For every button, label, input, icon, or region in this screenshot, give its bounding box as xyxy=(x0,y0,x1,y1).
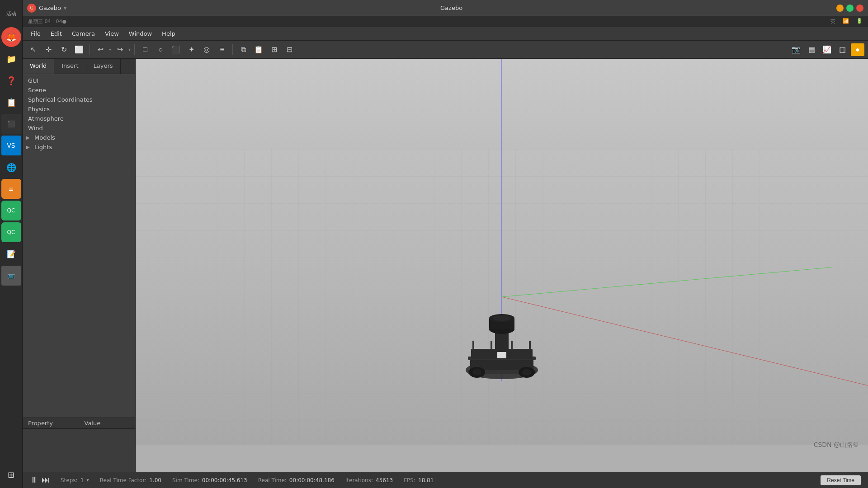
window-center-title: Gazebo xyxy=(440,5,462,11)
app-icon: G xyxy=(27,4,36,13)
grid-button[interactable]: ⊟ xyxy=(283,43,296,56)
tree-panel: GUI Scene Spherical Coordinates Physics … xyxy=(23,74,135,418)
screenshot-button[interactable]: 📷 xyxy=(789,43,803,56)
taskbar-item-active[interactable]: 活动 xyxy=(1,4,21,23)
fps-value: 18.81 xyxy=(418,477,434,483)
paste-button[interactable]: 📋 xyxy=(252,43,265,56)
pause-button[interactable]: ⏸ xyxy=(30,475,38,485)
svg-rect-17 xyxy=(497,352,506,358)
spotlight-button[interactable]: ◎ xyxy=(200,43,213,56)
menu-camera[interactable]: Camera xyxy=(67,28,99,39)
taskbar-item-edit[interactable]: 📝 xyxy=(1,244,21,264)
taskbar-item-qc1[interactable]: QC xyxy=(1,201,21,221)
taskbar-item-firefox[interactable]: 🦊 xyxy=(1,27,21,47)
sim-time-display: Sim Time: 00:00:00:45.613 xyxy=(172,477,247,483)
svg-point-21 xyxy=(493,315,511,321)
minimize-button[interactable] xyxy=(836,5,844,12)
menu-file[interactable]: File xyxy=(26,28,45,39)
taskbar-item-grid[interactable]: ⊞ xyxy=(1,465,21,484)
real-time-value: 00:00:00:48.186 xyxy=(289,477,335,483)
config-button[interactable]: ▥ xyxy=(835,43,849,56)
tab-world[interactable]: World xyxy=(23,59,54,74)
lights-label: Lights xyxy=(34,144,52,150)
taskbar-item-notes[interactable]: 📋 xyxy=(1,92,21,112)
redo-button[interactable]: ↪ xyxy=(113,43,127,56)
real-time-label: Real Time: xyxy=(258,477,287,483)
realtime-factor-display: Real Time Factor: 1.00 xyxy=(100,477,161,483)
lang-indicator: 英 xyxy=(830,18,835,25)
rotate-tool-button[interactable]: ↻ xyxy=(57,43,71,56)
step-button[interactable]: ⏭ xyxy=(42,475,50,485)
tree-item-models[interactable]: ▶ Models xyxy=(23,133,135,142)
tree-item-wind[interactable]: Wind xyxy=(23,123,135,133)
tab-layers[interactable]: Layers xyxy=(86,59,121,74)
system-tray: 英 📶 🔋 xyxy=(830,18,863,25)
scene-label: Scene xyxy=(28,87,46,94)
menu-window[interactable]: Window xyxy=(124,28,156,39)
toolbar: ↖ ✛ ↻ ⬜ ↩ ▾ ↪ ▾ □ ○ ⬛ ✦ ◎ ≡ ⧉ 📋 ⊞ ⊟ 📷 ▤ … xyxy=(23,41,868,59)
svg-point-10 xyxy=(522,369,531,375)
taskbar-item-layers[interactable]: ≡ xyxy=(1,179,21,199)
tab-insert[interactable]: Insert xyxy=(54,59,86,74)
network-icon: 📶 xyxy=(843,18,849,25)
log-button[interactable]: ▤ xyxy=(805,43,818,56)
translate-tool-button[interactable]: ✛ xyxy=(42,43,55,56)
taskbar-item-browser[interactable]: 🌐 xyxy=(1,157,21,177)
iterations-display: Iterations: 45613 xyxy=(345,477,393,483)
taskbar-item-terminal[interactable]: ⬛ xyxy=(1,114,21,134)
iterations-value: 45613 xyxy=(376,477,393,483)
taskbar-item-vscode[interactable]: VS xyxy=(1,136,21,155)
dirlight-button[interactable]: ≡ xyxy=(215,43,229,56)
taskbar-item-qc2[interactable]: QC xyxy=(1,222,21,242)
tree-item-physics[interactable]: Physics xyxy=(23,104,135,114)
tree-item-atmosphere[interactable]: Atmosphere xyxy=(23,114,135,123)
lights-arrow-icon: ▶ xyxy=(26,145,32,150)
taskbar-item-files[interactable]: 📁 xyxy=(1,49,21,69)
undo-button[interactable]: ↩ xyxy=(94,43,107,56)
pointlight-button[interactable]: ✦ xyxy=(184,43,198,56)
align-button[interactable]: ⊞ xyxy=(267,43,281,56)
atmosphere-label: Atmosphere xyxy=(28,115,64,122)
copy-button[interactable]: ⧉ xyxy=(236,43,250,56)
wind-label: Wind xyxy=(28,125,43,131)
svg-point-8 xyxy=(472,369,481,375)
maximize-button[interactable] xyxy=(846,5,854,12)
app-name: Gazebo xyxy=(39,5,61,11)
property-col-header: Property xyxy=(23,418,79,428)
sim-time-value: 00:00:00:45.613 xyxy=(202,477,247,483)
steps-value: 1 xyxy=(80,477,84,483)
datetime-display: 星期三 04：04● xyxy=(28,18,66,25)
realtime-factor-value: 1.00 xyxy=(149,477,161,483)
models-label: Models xyxy=(34,134,55,141)
cylinder-button[interactable]: ⬛ xyxy=(169,43,183,56)
tree-item-lights[interactable]: ▶ Lights xyxy=(23,142,135,152)
svg-rect-12 xyxy=(472,341,474,350)
menu-help[interactable]: Help xyxy=(157,28,180,39)
window-controls xyxy=(836,5,863,12)
main-window: G Gazebo ▾ Gazebo 星期三 04：04● 英 📶 🔋 File … xyxy=(23,0,868,488)
viewport-3d[interactable]: CSDN @山路© xyxy=(136,59,868,472)
scale-tool-button[interactable]: ⬜ xyxy=(72,43,86,56)
highlight-button[interactable]: ● xyxy=(851,43,864,56)
select-tool-button[interactable]: ↖ xyxy=(26,43,40,56)
tree-item-scene[interactable]: Scene xyxy=(23,85,135,95)
content-area: World Insert Layers GUI Scene Spherical … xyxy=(23,59,868,472)
menu-edit[interactable]: Edit xyxy=(46,28,66,39)
taskbar-item-screen[interactable]: 📺 xyxy=(1,266,21,286)
taskbar: 活动 🦊 📁 ❓ 📋 ⬛ VS 🌐 ≡ QC QC 📝 📺 ⊞ xyxy=(0,0,23,488)
sim-time-label: Sim Time: xyxy=(172,477,199,483)
robot-svg xyxy=(452,300,552,390)
properties-panel: Property Value xyxy=(23,418,135,472)
box-button[interactable]: □ xyxy=(138,43,152,56)
menu-view[interactable]: View xyxy=(100,28,123,39)
tree-item-spherical-coordinates[interactable]: Spherical Coordinates xyxy=(23,95,135,104)
physics-label: Physics xyxy=(28,106,50,113)
taskbar-item-help[interactable]: ❓ xyxy=(1,70,21,90)
fps-display: FPS: 18.81 xyxy=(404,477,434,483)
toolbar-sep-1 xyxy=(90,44,90,55)
close-button[interactable] xyxy=(856,5,863,12)
reset-time-button[interactable]: Reset Time xyxy=(821,475,861,485)
tree-item-gui[interactable]: GUI xyxy=(23,76,135,85)
plot-button[interactable]: 📈 xyxy=(820,43,834,56)
sphere-button[interactable]: ○ xyxy=(154,43,167,56)
